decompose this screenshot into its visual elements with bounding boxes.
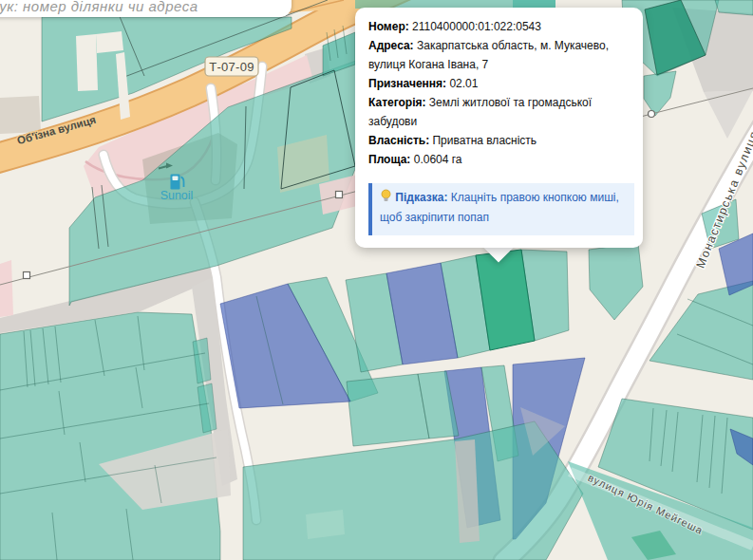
svg-text:Т-07-09: Т-07-09 [209, 60, 254, 74]
svg-text:Sunoil: Sunoil [160, 189, 194, 202]
